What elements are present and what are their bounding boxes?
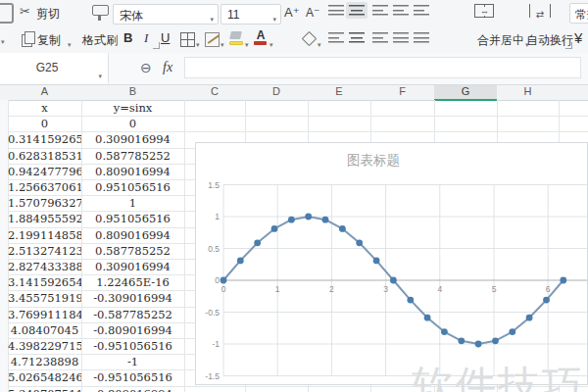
table-cell[interactable]: 0.309016994 bbox=[81, 131, 184, 147]
table-cell[interactable]: -1 bbox=[81, 354, 184, 369]
decrease-indent-icon[interactable] bbox=[393, 5, 409, 16]
table-cell[interactable]: 0 bbox=[81, 116, 184, 131]
distributed-icon[interactable] bbox=[414, 32, 429, 43]
spreadsheet-app: 剪切 复制 格式刷 宋体 11 A⁺ A⁻ B I U A bbox=[0, 0, 588, 392]
svg-text:1: 1 bbox=[275, 284, 280, 294]
table-cell[interactable]: y=sinx bbox=[81, 100, 184, 116]
table-cell[interactable]: 3.141592654 bbox=[8, 274, 81, 290]
bold-button[interactable]: B bbox=[123, 30, 132, 45]
table-cell[interactable]: 4.08407045 bbox=[8, 322, 81, 338]
cell-name-box[interactable]: G25 bbox=[0, 53, 109, 83]
paste-dropdown-caret-icon[interactable] bbox=[1, 33, 5, 47]
table-cell[interactable]: 2.827433388 bbox=[8, 259, 81, 274]
align-center-icon[interactable] bbox=[349, 32, 365, 43]
column-header-B[interactable]: B bbox=[81, 85, 184, 97]
table-cell[interactable]: 1.570796327 bbox=[8, 195, 81, 211]
align-right-icon[interactable] bbox=[372, 32, 388, 43]
column-header-H[interactable]: H bbox=[497, 85, 559, 97]
borders-caret-icon[interactable] bbox=[196, 36, 200, 50]
borders-icon[interactable] bbox=[180, 32, 195, 47]
increase-font-button[interactable]: A⁺ bbox=[284, 5, 300, 20]
currency-button[interactable]: ¥ bbox=[574, 29, 582, 46]
formula-input[interactable] bbox=[184, 57, 581, 78]
table-cell[interactable]: 4.71238898 bbox=[8, 354, 81, 369]
table-cell[interactable]: 0.942477796 bbox=[8, 164, 81, 179]
ribbon-toolbar: 剪切 复制 格式刷 宋体 11 A⁺ A⁻ B I U A bbox=[0, 0, 588, 54]
font-size-select[interactable]: 11 bbox=[220, 4, 281, 24]
search-icon[interactable] bbox=[140, 60, 152, 75]
sine-chart[interactable]: 1.510.50-0.5-1-1.50123456图表标题 bbox=[195, 142, 588, 385]
table-cell[interactable]: -0.951056516 bbox=[81, 369, 184, 385]
decrease-font-button[interactable]: A⁻ bbox=[306, 6, 319, 20]
font-color-icon[interactable]: A bbox=[254, 30, 268, 45]
table-cell[interactable]: -0.809016994 bbox=[81, 386, 184, 392]
table-cell[interactable]: 1.22465E-16 bbox=[81, 274, 184, 290]
table-cell[interactable]: 0 bbox=[8, 116, 81, 131]
table-cell[interactable]: 1.884955592 bbox=[8, 211, 81, 226]
align-top-icon[interactable] bbox=[328, 5, 344, 16]
table-cell[interactable]: 0.314159265 bbox=[8, 131, 81, 147]
table-cell[interactable]: 0.951056516 bbox=[81, 179, 184, 195]
increase-indent-icon[interactable] bbox=[414, 5, 429, 16]
column-header-A[interactable]: A bbox=[8, 85, 81, 97]
eraser-caret-icon[interactable] bbox=[318, 36, 321, 50]
table-cell[interactable]: -0.951056516 bbox=[81, 338, 184, 354]
table-cell[interactable]: 0.951056516 bbox=[81, 211, 184, 226]
table-cell[interactable]: 1 bbox=[81, 195, 184, 211]
draw-border-icon[interactable] bbox=[205, 32, 220, 47]
chart-canvas: 1.510.50-0.5-1-1.50123456图表标题 bbox=[196, 143, 587, 384]
format-painter-button[interactable]: 格式刷 bbox=[82, 32, 118, 49]
column-header-G[interactable]: G bbox=[434, 85, 497, 101]
fill-color-caret-icon[interactable] bbox=[245, 36, 249, 50]
italic-button[interactable]: I bbox=[144, 30, 148, 46]
copy-dropdown-caret-icon[interactable] bbox=[68, 36, 72, 50]
eraser-icon[interactable] bbox=[302, 31, 318, 47]
paste-icon[interactable] bbox=[0, 3, 14, 24]
table-cell[interactable]: 0.809016994 bbox=[81, 164, 184, 179]
merge-center-button[interactable]: 合并居中 bbox=[477, 32, 524, 49]
table-cell[interactable]: 3.769911184 bbox=[8, 307, 81, 322]
table-cell[interactable]: 0.628318531 bbox=[8, 148, 81, 164]
table-cell[interactable]: 0.587785252 bbox=[81, 243, 184, 259]
merge-center-icon[interactable] bbox=[474, 4, 494, 18]
table-cell[interactable]: 2.199114858 bbox=[8, 227, 81, 243]
alignment-group-launcher-icon[interactable] bbox=[565, 42, 572, 49]
font-name-select[interactable]: 宋体 bbox=[113, 4, 219, 24]
underline-button[interactable]: U bbox=[161, 30, 170, 45]
table-cell[interactable]: 1.256637061 bbox=[8, 179, 81, 195]
font-color-caret-icon[interactable] bbox=[270, 36, 273, 50]
table-cell[interactable]: 0.587785252 bbox=[81, 148, 184, 164]
table-cell[interactable]: -0.309016994 bbox=[81, 290, 184, 306]
table-cell[interactable]: 0.809016994 bbox=[81, 227, 184, 243]
column-header-E[interactable]: E bbox=[308, 85, 370, 97]
cut-button[interactable]: 剪切 bbox=[36, 6, 60, 23]
cut-icon bbox=[20, 4, 30, 19]
number-format-select[interactable]: 常规 bbox=[569, 3, 588, 24]
name-box-caret-icon bbox=[98, 65, 102, 82]
sheet-grid[interactable]: ABCDEFGH xy=sinx000.3141592650.309016994… bbox=[0, 84, 588, 392]
column-header-F[interactable]: F bbox=[370, 85, 434, 97]
insert-function-button[interactable]: fx bbox=[163, 60, 172, 75]
align-left-icon[interactable] bbox=[328, 32, 344, 43]
grid-line bbox=[184, 100, 185, 392]
svg-text:3: 3 bbox=[383, 284, 388, 294]
column-header-C[interactable]: C bbox=[184, 85, 245, 97]
justify-icon[interactable] bbox=[393, 32, 409, 43]
table-cell[interactable]: 5.026548246 bbox=[8, 369, 81, 385]
table-cell[interactable]: -0.809016994 bbox=[81, 322, 184, 338]
table-cell[interactable]: 5.340707511 bbox=[8, 386, 81, 392]
table-cell[interactable]: 2.513274123 bbox=[8, 243, 81, 259]
table-cell[interactable]: 0.309016994 bbox=[81, 259, 184, 274]
clipboard-group-launcher-icon[interactable] bbox=[153, 42, 160, 49]
align-bottom-icon[interactable] bbox=[372, 5, 388, 16]
copy-button[interactable]: 复制 bbox=[37, 32, 61, 49]
column-header-D[interactable]: D bbox=[245, 85, 308, 97]
table-cell[interactable]: 3.455751919 bbox=[8, 290, 81, 306]
table-cell[interactable]: -0.587785252 bbox=[81, 307, 184, 322]
table-cell[interactable]: 4.398229715 bbox=[8, 338, 81, 354]
fill-color-icon[interactable] bbox=[229, 31, 243, 45]
wrap-text-icon[interactable] bbox=[529, 4, 551, 18]
align-middle-icon[interactable] bbox=[349, 5, 365, 16]
draw-border-caret-icon[interactable] bbox=[220, 36, 224, 50]
table-cell[interactable]: x bbox=[8, 100, 81, 116]
